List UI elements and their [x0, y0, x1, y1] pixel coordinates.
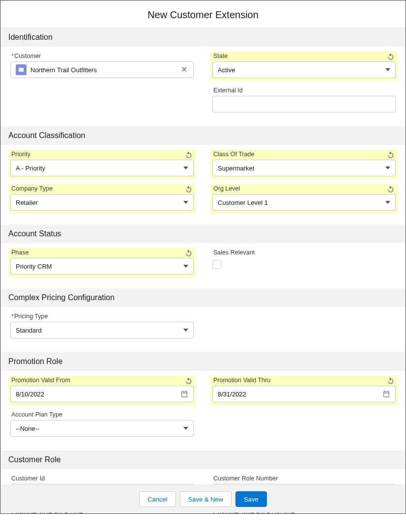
modal-title: New Customer Extension: [0, 9, 406, 21]
undo-icon[interactable]: [185, 249, 193, 258]
section-promotion-role-body: Promotion Valid From Account Plan Type: [0, 371, 406, 450]
save-and-new-button[interactable]: Save & New: [180, 491, 232, 507]
chevron-down-icon: [183, 265, 188, 268]
external-id-field: External Id: [210, 86, 398, 115]
external-id-input[interactable]: [218, 101, 390, 108]
undo-icon[interactable]: [387, 185, 395, 195]
priority-label: Priority: [10, 151, 194, 158]
modal-footer: Cancel Save & New Save: [1, 485, 405, 513]
section-identification-body: *Customer Northern Trail Outfitters ✕ St…: [0, 47, 406, 126]
section-account-classification-body: Priority A - Priority Company Type: [0, 145, 406, 224]
section-account-status-body: Phase Priority CRM Sales Relevant: [0, 243, 406, 288]
class-of-trade-select[interactable]: Supermarket: [212, 160, 396, 176]
promotion-valid-from-input[interactable]: [10, 386, 194, 402]
promotion-valid-thru-field: Promotion Valid Thru: [210, 376, 398, 405]
state-field: State Active: [210, 52, 398, 81]
modal-header: New Customer Extension: [0, 0, 406, 28]
external-id-label: External Id: [212, 87, 396, 94]
promotion-valid-thru-input[interactable]: [212, 386, 396, 402]
customer-id-label: Customer Id: [10, 475, 194, 482]
chevron-down-icon: [183, 427, 188, 430]
pricing-type-select[interactable]: Standard: [10, 322, 194, 338]
section-complex-pricing-header: Complex Pricing Configuration: [0, 288, 406, 307]
chevron-down-icon: [385, 201, 390, 204]
account-plan-type-label: Account Plan Type: [10, 411, 194, 418]
chevron-down-icon: [183, 201, 188, 204]
phase-field: Phase Priority CRM: [8, 248, 196, 278]
phase-select[interactable]: Priority CRM: [10, 258, 194, 275]
pricing-type-label: *Pricing Type: [10, 313, 194, 320]
section-promotion-role-header: Promotion Role: [0, 352, 406, 371]
chevron-down-icon: [385, 68, 390, 71]
undo-icon[interactable]: [185, 151, 193, 160]
undo-icon[interactable]: [387, 53, 395, 62]
account-plan-type-select[interactable]: --None--: [10, 420, 194, 437]
undo-icon[interactable]: [185, 377, 193, 386]
org-level-label: Org Level: [212, 185, 396, 192]
form-scroll[interactable]: Identification *Customer Northern Trail …: [0, 28, 406, 513]
customer-lookup[interactable]: Northern Trail Outfitters ✕: [10, 61, 194, 78]
company-type-field: Company Type Retailer: [8, 184, 196, 214]
promotion-valid-from-label: Promotion Valid From: [10, 377, 194, 384]
external-id-input-wrap: [212, 96, 396, 112]
class-of-trade-field: Class Of Trade Supermarket: [210, 150, 398, 179]
new-customer-extension-modal: New Customer Extension Identification *C…: [0, 0, 406, 514]
section-customer-role-header: Customer Role: [0, 450, 406, 469]
section-complex-pricing-body: *Pricing Type Standard: [0, 307, 406, 352]
sales-relevant-field: Sales Relevant: [210, 248, 398, 273]
promotion-valid-thru-label: Promotion Valid Thru: [212, 377, 396, 384]
cancel-button[interactable]: Cancel: [139, 491, 175, 507]
phase-label: Phase: [10, 249, 194, 256]
pricing-type-field: *Pricing Type Standard: [8, 312, 196, 341]
state-label: State: [212, 53, 396, 59]
company-type-select[interactable]: Retailer: [10, 194, 194, 211]
priority-select[interactable]: A - Priority: [10, 160, 194, 176]
class-of-trade-label: Class Of Trade: [212, 151, 396, 158]
promotion-valid-from-field: Promotion Valid From: [8, 376, 196, 405]
chevron-down-icon: [183, 167, 188, 169]
customer-label: *Customer: [10, 53, 194, 59]
clear-icon[interactable]: ✕: [180, 66, 188, 74]
save-button[interactable]: Save: [235, 491, 267, 507]
priority-field: Priority A - Priority: [8, 150, 196, 179]
undo-icon[interactable]: [185, 185, 193, 195]
chevron-down-icon: [183, 329, 188, 332]
account-plan-type-field: Account Plan Type --None--: [8, 410, 196, 440]
org-level-field: Org Level Customer Level 1: [210, 184, 398, 214]
sales-relevant-checkbox[interactable]: [212, 260, 221, 269]
customer-value: Northern Trail Outfitters: [30, 66, 180, 74]
section-account-status-header: Account Status: [0, 224, 406, 243]
sales-relevant-label: Sales Relevant: [212, 249, 396, 256]
undo-icon[interactable]: [387, 151, 395, 160]
undo-icon[interactable]: [387, 377, 395, 386]
company-type-label: Company Type: [10, 185, 194, 192]
customer-field: *Customer Northern Trail Outfitters ✕: [8, 52, 196, 81]
state-select[interactable]: Active: [212, 61, 396, 78]
chevron-down-icon: [385, 167, 390, 169]
customer-role-number-label: Customer Role Number: [212, 475, 396, 482]
org-level-select[interactable]: Customer Level 1: [212, 194, 396, 211]
section-account-classification-header: Account Classification: [0, 126, 406, 145]
calendar-icon[interactable]: [180, 390, 188, 398]
calendar-icon[interactable]: [382, 390, 390, 398]
section-identification-header: Identification: [0, 28, 406, 47]
account-icon: [16, 64, 27, 75]
